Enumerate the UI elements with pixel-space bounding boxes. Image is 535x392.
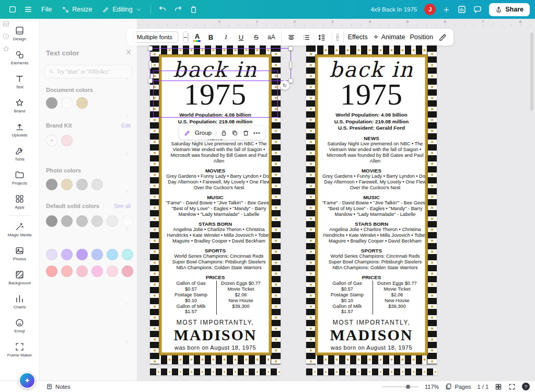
color-swatch[interactable] (76, 266, 88, 277)
color-swatch[interactable] (107, 266, 118, 277)
zoom-slider[interactable] (382, 386, 418, 387)
color-swatch[interactable] (61, 179, 73, 190)
effects-button[interactable]: Effects (348, 33, 368, 41)
poster-birth-line[interactable]: was born on August 18, 1975 (175, 344, 256, 351)
position-button[interactable]: Position (410, 33, 433, 41)
selection-handle-tl[interactable] (148, 46, 153, 51)
undo-button[interactable] (155, 3, 170, 16)
sidebar-item-uploads[interactable]: Uploads (2, 118, 38, 142)
poster-section-sports[interactable]: SPORTS World Series Champions: Cincinnat… (166, 248, 265, 271)
sidebar-item-background[interactable]: Background (2, 266, 38, 290)
editing-mode-button[interactable]: Editing (98, 3, 146, 16)
color-swatch[interactable] (76, 97, 88, 109)
hamburger-menu-icon[interactable] (21, 3, 36, 16)
poster-name[interactable]: MADISON (173, 327, 257, 343)
poster-back-in-text[interactable]: back in (329, 59, 413, 80)
color-swatch[interactable] (46, 215, 57, 227)
color-swatch[interactable] (61, 266, 73, 277)
spacing-button[interactable] (317, 31, 327, 43)
zoom-slider-knob[interactable] (406, 385, 410, 389)
sidebar-item-brand[interactable]: Brand (2, 94, 38, 118)
poster-most-importantly[interactable]: MOST IMPORTANTLY, (177, 319, 254, 326)
sidebar-item-projects[interactable]: Projects (2, 166, 38, 190)
strikethrough-button[interactable]: S (251, 31, 261, 43)
color-swatch[interactable] (107, 215, 118, 227)
color-swatch[interactable] (76, 179, 88, 190)
color-swatch[interactable] (61, 215, 73, 227)
fullscreen-button[interactable] (508, 383, 516, 390)
underline-button[interactable]: U (236, 31, 246, 43)
poster-section-movies[interactable]: MOVIES Grey Gardens • Funny Lady • Barry… (322, 168, 421, 191)
text-color-button[interactable]: A (193, 33, 201, 42)
redo-button[interactable] (171, 3, 185, 16)
font-family-selector[interactable]: Multiple fonts (132, 31, 178, 43)
color-swatch[interactable] (61, 97, 73, 109)
share-button[interactable]: Share (489, 3, 530, 16)
bold-button[interactable]: B (205, 31, 216, 43)
poster-section-sports[interactable]: SPORTS World Series Champions: Cincinnat… (322, 248, 421, 271)
file-menu-button[interactable]: File (37, 3, 56, 16)
add-member-icon[interactable] (439, 3, 453, 16)
poster-year-text[interactable]: 1975 (184, 80, 247, 109)
color-swatch[interactable] (91, 179, 103, 190)
alignment-button[interactable] (286, 31, 297, 43)
list-button[interactable] (301, 31, 312, 43)
color-search-input[interactable] (57, 69, 128, 75)
italic-button[interactable]: I (220, 31, 231, 43)
canvas-scrollbar[interactable] (530, 32, 533, 111)
home-icon[interactable] (5, 3, 20, 16)
color-swatch[interactable] (91, 266, 103, 277)
poster-stats-text[interactable]: World Population: 4.06 billion U.S. Popu… (334, 112, 409, 132)
poster-back-in-text[interactable]: back in (173, 59, 257, 80)
poster-section-prices[interactable]: PRICES Gallon of Gas $0.57 Postage Stamp… (322, 274, 421, 315)
color-swatch[interactable] (76, 249, 88, 260)
color-swatch[interactable] (122, 266, 133, 277)
animate-button[interactable]: Animate (373, 33, 405, 41)
clipboard-icon[interactable] (187, 3, 201, 16)
color-swatch[interactable] (46, 249, 57, 260)
document-title[interactable]: 4x9 Back In 1975 (370, 6, 423, 13)
notes-button[interactable]: Notes (46, 383, 71, 390)
color-swatch[interactable] (91, 249, 103, 260)
color-swatch[interactable] (76, 215, 88, 227)
color-swatch[interactable] (46, 97, 57, 109)
poster-section-music[interactable]: MUSIC "Fame" - David Bowie • "Jive Talki… (322, 194, 421, 217)
color-swatch[interactable] (91, 215, 103, 227)
edit-pen-icon[interactable] (184, 130, 191, 136)
font-size-value[interactable]: -- (188, 32, 189, 42)
ruler-pen-icon[interactable] (438, 31, 448, 43)
avatar[interactable]: J (424, 4, 436, 15)
selection-handle-tr[interactable] (288, 46, 293, 51)
color-swatch[interactable] (107, 249, 118, 260)
brand-kit-edit-link[interactable]: Edit (121, 122, 131, 129)
delete-icon[interactable] (242, 130, 249, 136)
sidebar-item-frame-maker[interactable]: Frame Maker (2, 338, 38, 362)
color-swatch[interactable] (61, 249, 73, 260)
color-swatch[interactable] (122, 215, 133, 227)
color-swatch[interactable] (122, 249, 133, 260)
poster-section-music[interactable]: MUSIC "Fame" - David Bowie • "Jive Talki… (166, 194, 265, 217)
poster-section-news[interactable]: NEWS Saturday Night Live premiered on NB… (322, 135, 421, 164)
sidebar-item-apps[interactable]: Apps (2, 190, 38, 214)
partial-element-strip[interactable] (150, 368, 281, 375)
color-swatch[interactable] (46, 266, 57, 277)
selection-handle-left[interactable] (149, 61, 152, 69)
add-color-button[interactable]: + (46, 135, 57, 146)
poster-section-stars[interactable]: STARS BORN Angelina Jolie • Charlize The… (166, 221, 265, 244)
color-swatch[interactable] (46, 179, 57, 190)
sidebar-item-tools[interactable]: Tools (2, 142, 38, 166)
text-case-button[interactable]: aA (266, 31, 276, 43)
help-button[interactable]: ? (522, 383, 530, 390)
color-search-box[interactable] (44, 65, 132, 78)
design-page-1[interactable]: back in 1975 World Population: 4.06 bill… (150, 45, 281, 364)
insights-chart-icon[interactable] (455, 3, 469, 16)
sidebar-item-text[interactable]: Text (2, 70, 38, 94)
selection-handle-bl[interactable] (148, 78, 153, 83)
sidebar-item-emoji[interactable]: Emoji (2, 314, 38, 338)
pages-button[interactable]: Pages (445, 383, 471, 390)
sidebar-item-charts[interactable]: Charts (2, 290, 38, 314)
lock-icon[interactable] (220, 130, 227, 136)
resize-button[interactable]: Resize (57, 3, 97, 16)
group-button[interactable]: Group (195, 130, 212, 136)
see-all-link[interactable]: See all (114, 203, 131, 209)
